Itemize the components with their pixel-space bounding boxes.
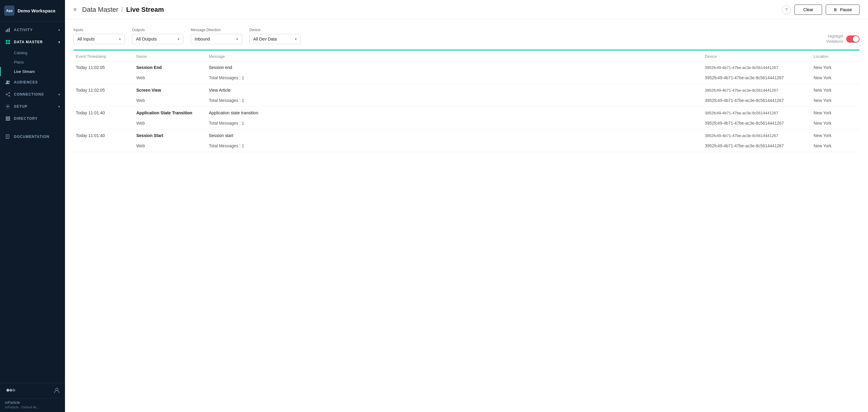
svg-rect-20 bbox=[9, 118, 10, 119]
outputs-select[interactable]: All Outputs ▾ bbox=[132, 34, 183, 44]
sidebar-item-setup[interactable]: SETUP ▾ bbox=[0, 100, 65, 113]
help-button[interactable]: ? bbox=[782, 5, 791, 14]
sidebar-item-plans[interactable]: Plans bbox=[0, 57, 65, 67]
svg-point-9 bbox=[9, 92, 10, 93]
sidebar-item-connections[interactable]: CONNECTIONS ▾ bbox=[0, 88, 65, 100]
outputs-filter-group: Outputs All Outputs ▾ bbox=[132, 28, 183, 44]
outputs-chevron-down-icon: ▾ bbox=[178, 37, 180, 41]
footer-user-icon[interactable] bbox=[54, 387, 60, 395]
data-table: Event Timestamp Name Message Device Loca… bbox=[73, 51, 860, 152]
svg-rect-16 bbox=[7, 116, 8, 118]
row2-timestamp: Today 11:02:05 bbox=[73, 88, 134, 93]
workspace-name: Demo Workspace bbox=[18, 8, 56, 13]
row1-sub-message: Total Messages : 1 bbox=[207, 75, 702, 80]
sidebar-item-catalog[interactable]: Catalog bbox=[0, 48, 65, 57]
svg-rect-22 bbox=[7, 119, 8, 121]
table-header: Event Timestamp Name Message Device Loca… bbox=[73, 51, 860, 61]
message-direction-label: Message Direction bbox=[191, 28, 242, 32]
row3-timestamp: Today 11:01:40 bbox=[73, 110, 134, 115]
sidebar-item-documentation[interactable]: DOCUMENTATION bbox=[0, 131, 65, 143]
svg-line-12 bbox=[7, 93, 9, 94]
table-row[interactable]: Today 11:02:05 Session End Session end 3… bbox=[73, 61, 860, 84]
svg-point-10 bbox=[6, 94, 7, 95]
device-label: Device bbox=[249, 28, 301, 32]
hamburger-icon[interactable]: ≡ bbox=[73, 6, 77, 13]
svg-rect-4 bbox=[8, 40, 10, 42]
outputs-label: Outputs bbox=[132, 28, 183, 32]
sidebar-item-directory[interactable]: DIRECTORY bbox=[0, 113, 65, 125]
svg-point-14 bbox=[7, 106, 9, 108]
device-select[interactable]: All Dev Data ▾ bbox=[249, 34, 301, 44]
sidebar: App Demo Workspace ACTIVITY ▾ bbox=[0, 0, 65, 412]
doc-icon bbox=[5, 134, 11, 140]
row3-location: New York bbox=[811, 110, 860, 115]
svg-line-13 bbox=[7, 95, 9, 96]
row2-device: 3952fc49-4b71-47be-ac3e-8c5614441267 bbox=[702, 88, 811, 93]
row4-sub-message: Total Messages : 1 bbox=[207, 143, 702, 148]
row1-message: Session end bbox=[207, 65, 702, 70]
filters-row: Inputs All Inputs ▾ Outputs All Outputs … bbox=[73, 28, 860, 44]
sidebar-header: App Demo Workspace bbox=[0, 0, 65, 22]
device-chevron-down-icon: ▾ bbox=[295, 37, 297, 41]
content-area: Inputs All Inputs ▾ Outputs All Outputs … bbox=[65, 19, 868, 412]
message-direction-value: Inbound bbox=[195, 37, 210, 41]
svg-point-7 bbox=[6, 81, 8, 82]
main-content: ≡ Data Master / Live Stream ? Clear ⏸ Pa… bbox=[65, 0, 868, 412]
svg-point-8 bbox=[8, 81, 10, 82]
svg-rect-2 bbox=[9, 28, 10, 32]
row3-sub-device: 3952fc49-4b71-47be-ac3e-8c5614441267 bbox=[702, 121, 811, 125]
topbar: ≡ Data Master / Live Stream ? Clear ⏸ Pa… bbox=[65, 0, 868, 19]
pause-button[interactable]: ⏸ Pause bbox=[826, 4, 860, 15]
sidebar-item-live-stream[interactable]: Live Stream bbox=[0, 67, 65, 76]
clear-button[interactable]: Clear bbox=[795, 4, 822, 15]
gear-icon bbox=[5, 104, 11, 110]
row3-sub-message: Total Messages : 1 bbox=[207, 121, 702, 125]
row4-sub-device: 3952fc49-4b71-47be-ac3e-8c5614441267 bbox=[702, 143, 811, 148]
breadcrumb-separator: / bbox=[121, 6, 123, 13]
table-row[interactable]: Today 11:02:05 Screen View View Article … bbox=[73, 84, 860, 107]
breadcrumb-current: Live Stream bbox=[126, 6, 164, 13]
message-direction-chevron-down-icon: ▾ bbox=[236, 37, 238, 41]
activity-chevron: ▾ bbox=[58, 28, 60, 32]
row1-sub-device: 3952fc49-4b71-47be-ac3e-8c5614441267 bbox=[702, 75, 811, 80]
connections-label: CONNECTIONS bbox=[14, 92, 44, 96]
row3-device: 3952fc49-4b71-47be-ac3e-8c5614441267 bbox=[702, 111, 811, 115]
breadcrumb-parent[interactable]: Data Master bbox=[82, 6, 119, 13]
highlight-violations-group: Highlight Violations bbox=[826, 34, 860, 44]
row1-sub-name: Web bbox=[134, 75, 207, 80]
row2-message: View Article bbox=[207, 88, 702, 93]
connections-chevron: ▾ bbox=[58, 93, 60, 96]
directory-label: DIRECTORY bbox=[14, 116, 38, 121]
pause-label: Pause bbox=[840, 7, 852, 12]
sidebar-item-data-master[interactable]: DATA MASTER ▾ bbox=[0, 36, 65, 48]
sidebar-item-audiences[interactable]: AUDIENCES bbox=[0, 76, 65, 88]
row4-location: New York bbox=[811, 133, 860, 138]
inputs-select[interactable]: All Inputs ▾ bbox=[73, 34, 125, 44]
svg-point-11 bbox=[9, 95, 10, 96]
row4-device: 3952fc49-4b71-47be-ac3e-8c5614441267 bbox=[702, 134, 811, 138]
row2-sub-name: Web bbox=[134, 98, 207, 103]
table-row[interactable]: Today 11:01:40 Session Start Session sta… bbox=[73, 129, 860, 152]
svg-rect-18 bbox=[6, 118, 7, 119]
svg-point-28 bbox=[56, 388, 58, 390]
row4-name: Session Start bbox=[134, 133, 207, 138]
svg-rect-3 bbox=[6, 40, 7, 42]
table-row[interactable]: Today 11:01:40 Application State Transit… bbox=[73, 107, 860, 129]
sidebar-item-activity[interactable]: ACTIVITY ▾ bbox=[0, 24, 65, 36]
svg-rect-6 bbox=[8, 42, 10, 44]
col-message: Message bbox=[207, 54, 702, 59]
row4-sub-location: New York bbox=[811, 143, 860, 148]
users-icon bbox=[5, 79, 11, 85]
highlight-violations-toggle[interactable] bbox=[846, 35, 860, 43]
message-direction-select[interactable]: Inbound ▾ bbox=[191, 34, 242, 44]
sidebar-nav: ACTIVITY ▾ DATA MASTER ▾ Catalog Plans L… bbox=[0, 22, 65, 383]
row2-sub-message: Total Messages : 1 bbox=[207, 98, 702, 103]
app-icon: App bbox=[4, 5, 14, 16]
row2-location: New York bbox=[811, 88, 860, 93]
device-value: All Dev Data bbox=[253, 37, 277, 41]
svg-rect-21 bbox=[6, 119, 7, 121]
svg-rect-17 bbox=[9, 116, 10, 118]
svg-rect-1 bbox=[7, 29, 8, 32]
col-timestamp: Event Timestamp bbox=[73, 54, 134, 59]
row1-timestamp: Today 11:02:05 bbox=[73, 65, 134, 70]
